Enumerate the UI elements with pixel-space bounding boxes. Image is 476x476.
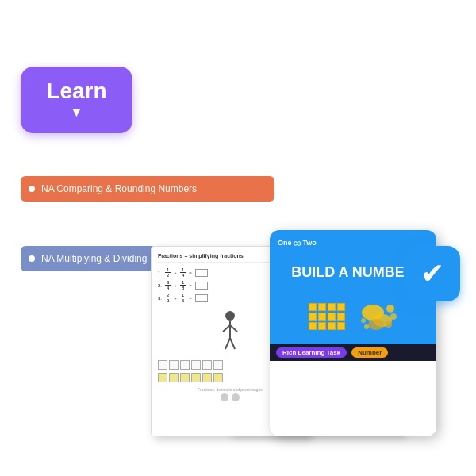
bar-dot-icon-2 xyxy=(29,255,35,262)
comparing-bar[interactable]: NA Comparing & Rounding Numbers xyxy=(21,176,274,202)
svg-point-12 xyxy=(364,324,369,329)
svg-point-9 xyxy=(386,305,394,313)
svg-line-2 xyxy=(223,325,230,332)
learn-label: Learn xyxy=(46,80,106,102)
yellow-tiles xyxy=(309,303,352,330)
logo-two-text: Two xyxy=(303,239,317,247)
comparing-bar-label: NA Comparing & Rounding Numbers xyxy=(41,183,197,194)
svg-line-5 xyxy=(230,338,235,349)
bar-dot-icon xyxy=(29,186,35,192)
check-badge[interactable]: ✔ xyxy=(405,246,460,301)
card-footer: Rich Learning Task Number xyxy=(270,344,436,361)
svg-point-11 xyxy=(386,321,392,328)
card-logo: One ∞ Two xyxy=(278,236,428,249)
learn-arrow-icon: ▼ xyxy=(71,106,83,120)
svg-point-8 xyxy=(368,319,384,330)
multiplying-bar-label: NA Multiplying & Dividing xyxy=(41,253,147,264)
svg-line-4 xyxy=(225,338,230,349)
checkmark-icon: ✔ xyxy=(420,259,444,288)
svg-point-10 xyxy=(390,313,397,320)
scatter-tiles xyxy=(359,297,398,336)
svg-line-3 xyxy=(230,325,237,332)
svg-point-13 xyxy=(361,318,366,323)
logo-one-text: One xyxy=(278,239,292,247)
figure-illustration xyxy=(217,308,244,355)
learn-button[interactable]: Learn ▼ xyxy=(21,67,132,133)
svg-point-0 xyxy=(225,311,235,321)
logo-infinity-icon: ∞ xyxy=(294,236,301,249)
tag-rich-learning: Rich Learning Task xyxy=(276,347,347,358)
tag-number: Number xyxy=(351,347,388,358)
